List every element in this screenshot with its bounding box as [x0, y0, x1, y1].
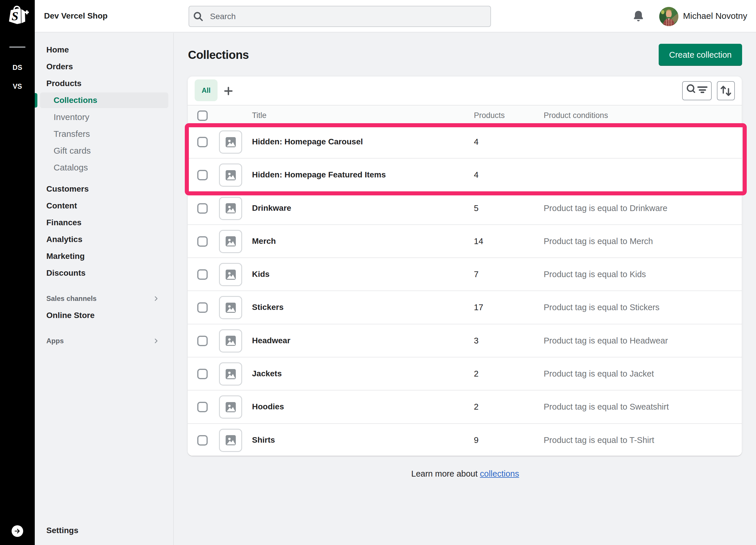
svg-text:S: S: [12, 10, 18, 23]
